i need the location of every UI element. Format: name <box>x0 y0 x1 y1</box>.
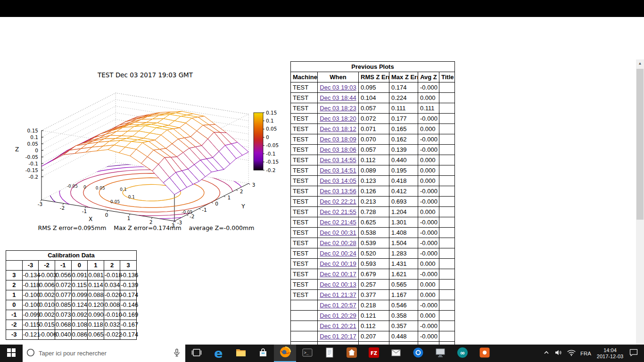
plot-link[interactable]: Dec 01 20:29 <box>320 312 356 319</box>
plot-link[interactable]: Dec 03 18:06 <box>320 146 356 153</box>
corner-cell <box>6 261 23 271</box>
cell-machine: TEST <box>291 238 318 248</box>
language-indicator[interactable]: FRA <box>580 351 591 356</box>
previous-plot-row: TESTDec 03 13:560.1260.412-0.000 <box>291 186 455 197</box>
microphone-icon[interactable] <box>172 348 182 359</box>
plot-link[interactable]: Dec 03 18:23 <box>320 105 356 112</box>
cell-rms: 0.377 <box>359 290 389 300</box>
plot-link[interactable]: Dec 02 00:24 <box>320 250 356 257</box>
cell-when: Dec 01 20:29 <box>318 311 359 321</box>
cell-avg: 0.000 <box>418 259 439 269</box>
svg-text:0.1: 0.1 <box>30 134 38 140</box>
cortana-circle-icon[interactable] <box>26 348 35 359</box>
cell-title <box>439 311 455 321</box>
edge-taskbar-button[interactable]: e <box>207 345 230 362</box>
plot-link[interactable]: Dec 03 13:56 <box>320 188 356 195</box>
calibration-value: -0.020 <box>104 290 120 300</box>
cell-avg: 0.000 <box>418 207 439 217</box>
calibration-title: Calibration Data <box>6 251 137 261</box>
volume-icon[interactable] <box>554 348 562 359</box>
cell-avg: -0.000 <box>418 114 439 124</box>
plot-link[interactable]: Dec 03 14:05 <box>320 177 356 184</box>
cell-max: 1.301 <box>389 217 418 228</box>
utility-app-taskbar-button[interactable] <box>429 345 451 362</box>
cell-avg: -0.000 <box>418 269 439 280</box>
cell-when: Dec 03 14:55 <box>318 155 359 165</box>
plot-link[interactable]: Dec 02 22:21 <box>320 198 356 205</box>
plot-link[interactable]: Dec 02 00:28 <box>320 239 356 247</box>
plot-link[interactable]: Dec 02 00:17 <box>320 271 356 278</box>
windows-taskbar: e >_ <box>0 345 644 362</box>
calibration-value: -0.003 <box>39 271 55 280</box>
home-app-taskbar-button[interactable] <box>340 345 363 362</box>
show-hidden-icons-chevron[interactable] <box>543 349 550 358</box>
svg-text:-2: -2 <box>60 205 65 211</box>
plot-link[interactable]: Dec 01 20:21 <box>320 322 356 329</box>
start-button[interactable] <box>0 345 23 362</box>
calibration-value: 0.115 <box>71 280 88 290</box>
plot-link[interactable]: Dec 03 18:44 <box>320 94 356 101</box>
action-center-icon[interactable] <box>629 348 638 359</box>
blue-app-taskbar-button[interactable] <box>407 345 429 362</box>
previous-plot-row: TESTDec 03 18:090.0700.162-0.000 <box>291 134 455 145</box>
clock[interactable]: 14:04 2017-12-03 <box>595 347 625 360</box>
mail-taskbar-button[interactable] <box>385 345 407 362</box>
calibration-value: 0.056 <box>55 271 71 280</box>
orange-app-taskbar-button[interactable] <box>473 345 495 362</box>
plot-link[interactable]: Dec 03 19:03 <box>320 84 356 91</box>
plot-link[interactable]: Dec 01 20:57 <box>320 302 356 309</box>
svg-text:-1: -1 <box>202 207 206 213</box>
plot-link[interactable]: Dec 03 18:12 <box>320 125 356 132</box>
cell-machine: TEST <box>291 93 318 103</box>
cell-machine: TEST <box>291 259 318 269</box>
plot-link[interactable]: Dec 02 21:45 <box>320 219 356 226</box>
cell-title <box>439 197 455 207</box>
previous-plot-row: TESTDec 02 00:190.5931.4310.000 <box>291 259 455 269</box>
task-view-button[interactable] <box>185 345 207 362</box>
firefox-icon <box>279 346 291 360</box>
calibration-value: -0.146 <box>120 300 137 310</box>
filezilla-taskbar-button[interactable]: FZ <box>363 345 385 362</box>
svg-text:1: 1 <box>227 195 231 200</box>
cell-avg: -0.000 <box>418 134 439 145</box>
previous-plots-title-row: Previous Plots <box>291 62 455 72</box>
plot-link[interactable]: Dec 02 00:31 <box>320 229 356 236</box>
cell-machine: TEST <box>291 176 318 186</box>
calibration-value: 0.040 <box>55 330 71 340</box>
store-taskbar-button[interactable] <box>252 345 274 362</box>
cell-rms: 0.257 <box>359 280 389 290</box>
calibration-title-row: Calibration Data <box>6 251 137 261</box>
arduino-taskbar-button[interactable]: ∞ <box>451 345 473 362</box>
cell-machine: TEST <box>291 269 318 280</box>
plot-link[interactable]: Dec 02 21:55 <box>320 208 356 215</box>
network-wifi-icon[interactable] <box>567 349 576 358</box>
taskbar-search-box[interactable] <box>23 345 185 362</box>
calibration-value: 0.010 <box>39 300 55 310</box>
plot-link[interactable]: Dec 03 18:09 <box>320 136 356 143</box>
plot-link[interactable]: Dec 01 21:37 <box>320 291 356 298</box>
notepad-taskbar-button[interactable] <box>318 345 340 362</box>
cell-avg: -0.000 <box>418 82 439 93</box>
firefox-taskbar-button[interactable] <box>274 345 296 362</box>
row-header: -2 <box>6 320 23 330</box>
plot-link[interactable]: Dec 02 00:19 <box>320 260 356 267</box>
file-explorer-taskbar-button[interactable] <box>230 345 252 362</box>
search-input[interactable] <box>39 350 168 357</box>
vertical-scrollbar[interactable]: ▲ ▼ <box>636 59 644 362</box>
scroll-up-arrow-icon[interactable]: ▲ <box>636 59 644 67</box>
plot-link[interactable]: Dec 03 18:20 <box>320 115 356 122</box>
row-header: -3 <box>6 330 23 340</box>
svg-text:-3: -3 <box>38 201 42 207</box>
plot-link[interactable]: Dec 03 14:51 <box>320 167 356 174</box>
plot-link[interactable]: Dec 03 14:55 <box>320 156 356 164</box>
cell-title <box>439 124 455 134</box>
cell-avg: 0.000 <box>418 280 439 290</box>
plot-link[interactable]: Dec 01 20:17 <box>320 333 356 340</box>
plot-link[interactable]: Dec 02 00:13 <box>320 281 356 288</box>
orange-app-icon <box>479 347 490 360</box>
svg-text:0: 0 <box>266 134 269 140</box>
terminal-taskbar-button[interactable]: >_ <box>296 345 318 362</box>
scrollbar-thumb[interactable] <box>636 69 644 220</box>
cell-rms: 0.520 <box>359 248 389 259</box>
calibration-value: -0.167 <box>120 320 137 330</box>
